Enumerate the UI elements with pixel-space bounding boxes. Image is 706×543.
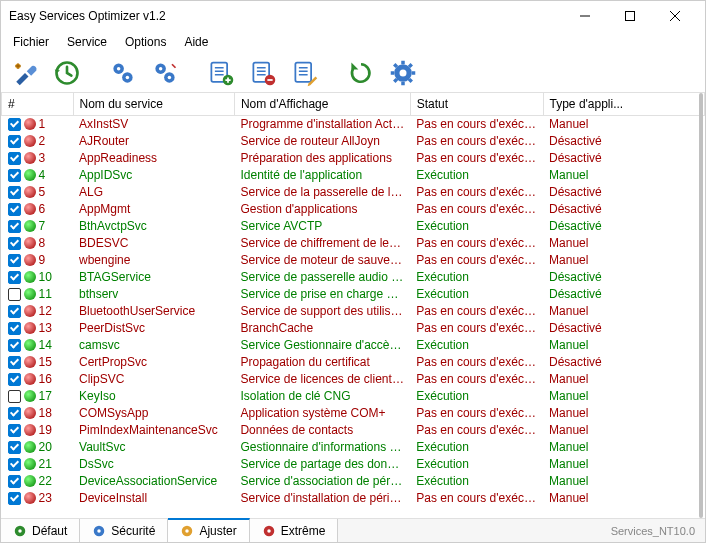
toolbar-refresh-button[interactable] xyxy=(343,55,379,91)
table-row[interactable]: 18COMSysAppApplication système COM+Pas e… xyxy=(2,405,705,422)
table-row[interactable]: 7BthAvctpSvcService AVCTPExécutionDésact… xyxy=(2,218,705,235)
status-dot-icon xyxy=(24,390,36,402)
table-row[interactable]: 9wbengineService de moteur de sauvegar..… xyxy=(2,252,705,269)
cell-display-name: Gestion d'applications xyxy=(234,201,410,218)
toolbar-gears-1-button[interactable] xyxy=(105,55,141,91)
row-checkbox[interactable] xyxy=(8,407,21,420)
row-checkbox[interactable] xyxy=(8,271,21,284)
row-checkbox[interactable] xyxy=(8,492,21,505)
cell-status: Pas en cours d'exécution xyxy=(410,303,543,320)
table-row[interactable]: 8BDESVCService de chiffrement de lecte..… xyxy=(2,235,705,252)
tab-extreme[interactable]: Extrême xyxy=(250,519,339,542)
table-row[interactable]: 12BluetoothUserServiceService de support… xyxy=(2,303,705,320)
menu-help[interactable]: Aide xyxy=(176,33,216,51)
table-row[interactable]: 21DsSvcService de partage des donnéesExé… xyxy=(2,456,705,473)
table-row[interactable]: 2AJRouterService de routeur AllJoynPas e… xyxy=(2,133,705,150)
row-checkbox[interactable] xyxy=(8,322,21,335)
cell-status: Exécution xyxy=(410,337,543,354)
col-service-name[interactable]: Nom du service xyxy=(73,93,234,116)
table-row[interactable]: 3AppReadinessPréparation des application… xyxy=(2,150,705,167)
cell-status: Pas en cours d'exécution xyxy=(410,116,543,133)
row-checkbox[interactable] xyxy=(8,237,21,250)
table-row[interactable]: 11bthservService de prise en charge Blue… xyxy=(2,286,705,303)
toolbar-tools-button[interactable] xyxy=(7,55,43,91)
status-dot-icon xyxy=(24,186,36,198)
table-row[interactable]: 4AppIDSvcIdentité de l'applicationExécut… xyxy=(2,167,705,184)
menu-file[interactable]: Fichier xyxy=(5,33,57,51)
table-row[interactable]: 20VaultSvcGestionnaire d'informations d'… xyxy=(2,439,705,456)
col-status[interactable]: Statut xyxy=(410,93,543,116)
row-checkbox[interactable] xyxy=(8,475,21,488)
cell-status: Pas en cours d'exécution xyxy=(410,201,543,218)
table-row[interactable]: 14camsvcService Gestionnaire d'accès au.… xyxy=(2,337,705,354)
maximize-button[interactable] xyxy=(607,2,652,30)
toolbar-list-remove-button[interactable] xyxy=(245,55,281,91)
svg-point-9 xyxy=(159,66,163,70)
table-row[interactable]: 16ClipSVCService de licences de client (… xyxy=(2,371,705,388)
close-button[interactable] xyxy=(652,2,697,30)
row-checkbox[interactable] xyxy=(8,339,21,352)
row-checkbox[interactable] xyxy=(8,356,21,369)
col-display-name[interactable]: Nom d'Affichage xyxy=(234,93,410,116)
table-row[interactable]: 6AppMgmtGestion d'applicationsPas en cou… xyxy=(2,201,705,218)
table-row[interactable]: 13PeerDistSvcBranchCachePas en cours d'e… xyxy=(2,320,705,337)
cell-status: Pas en cours d'exécution xyxy=(410,133,543,150)
toolbar-settings-button[interactable] xyxy=(385,55,421,91)
menu-bar: Fichier Service Options Aide xyxy=(1,31,705,53)
row-checkbox[interactable] xyxy=(8,254,21,267)
row-checkbox[interactable] xyxy=(8,118,21,131)
cell-service-name: DeviceInstall xyxy=(73,490,234,507)
table-row[interactable]: 19PimIndexMaintenanceSvcDonnées de conta… xyxy=(2,422,705,439)
tab-security[interactable]: Sécurité xyxy=(80,519,168,542)
col-index[interactable]: # xyxy=(2,93,74,116)
cell-display-name: Service d'association de périph... xyxy=(234,473,410,490)
menu-service[interactable]: Service xyxy=(59,33,115,51)
svg-point-17 xyxy=(400,69,407,76)
cell-service-name: BDESVC xyxy=(73,235,234,252)
row-checkbox[interactable] xyxy=(8,441,21,454)
cell-type: Manuel xyxy=(543,337,704,354)
toolbar-list-edit-button[interactable] xyxy=(287,55,323,91)
cell-type: Désactivé xyxy=(543,184,704,201)
cell-type: Désactivé xyxy=(543,133,704,150)
cell-service-name: DeviceAssociationService xyxy=(73,473,234,490)
row-checkbox[interactable] xyxy=(8,390,21,403)
row-checkbox[interactable] xyxy=(8,458,21,471)
row-checkbox[interactable] xyxy=(8,220,21,233)
row-checkbox[interactable] xyxy=(8,305,21,318)
cell-status: Pas en cours d'exécution xyxy=(410,354,543,371)
table-row[interactable]: 10BTAGServiceService de passerelle audio… xyxy=(2,269,705,286)
table-row[interactable]: 15CertPropSvcPropagation du certificatPa… xyxy=(2,354,705,371)
table-row[interactable]: 1AxInstSVProgramme d'installation Active… xyxy=(2,116,705,133)
menu-options[interactable]: Options xyxy=(117,33,174,51)
table-row[interactable]: 22DeviceAssociationServiceService d'asso… xyxy=(2,473,705,490)
table-row[interactable]: 23DeviceInstallService d'installation de… xyxy=(2,490,705,507)
profile-tabs: Défaut Sécurité Ajuster Extrême Services… xyxy=(1,518,705,542)
tab-adjust[interactable]: Ajuster xyxy=(168,518,249,542)
row-checkbox[interactable] xyxy=(8,186,21,199)
table-row[interactable]: 17KeyIsoIsolation de clé CNGExécutionMan… xyxy=(2,388,705,405)
col-type[interactable]: Type d'appli... xyxy=(543,93,704,116)
toolbar-gears-2-button[interactable] xyxy=(147,55,183,91)
services-list[interactable]: # Nom du service Nom d'Affichage Statut … xyxy=(1,93,705,518)
row-checkbox[interactable] xyxy=(8,169,21,182)
minimize-button[interactable] xyxy=(562,2,607,30)
cell-display-name: Service Gestionnaire d'accès au... xyxy=(234,337,410,354)
cell-type: Manuel xyxy=(543,303,704,320)
cell-display-name: Gestionnaire d'informations d'id... xyxy=(234,439,410,456)
row-checkbox[interactable] xyxy=(8,424,21,437)
tab-default[interactable]: Défaut xyxy=(1,519,80,542)
row-checkbox[interactable] xyxy=(8,203,21,216)
toolbar-history-button[interactable] xyxy=(49,55,85,91)
row-checkbox[interactable] xyxy=(8,373,21,386)
cell-service-name: CertPropSvc xyxy=(73,354,234,371)
scrollbar[interactable] xyxy=(699,93,703,518)
toolbar-list-add-button[interactable] xyxy=(203,55,239,91)
gear-blue-icon xyxy=(92,524,106,538)
row-checkbox[interactable] xyxy=(8,288,21,301)
row-checkbox[interactable] xyxy=(8,135,21,148)
row-checkbox[interactable] xyxy=(8,152,21,165)
cell-service-name: PimIndexMaintenanceSvc xyxy=(73,422,234,439)
svg-point-10 xyxy=(168,75,172,79)
table-row[interactable]: 5ALGService de la passerelle de la c...P… xyxy=(2,184,705,201)
